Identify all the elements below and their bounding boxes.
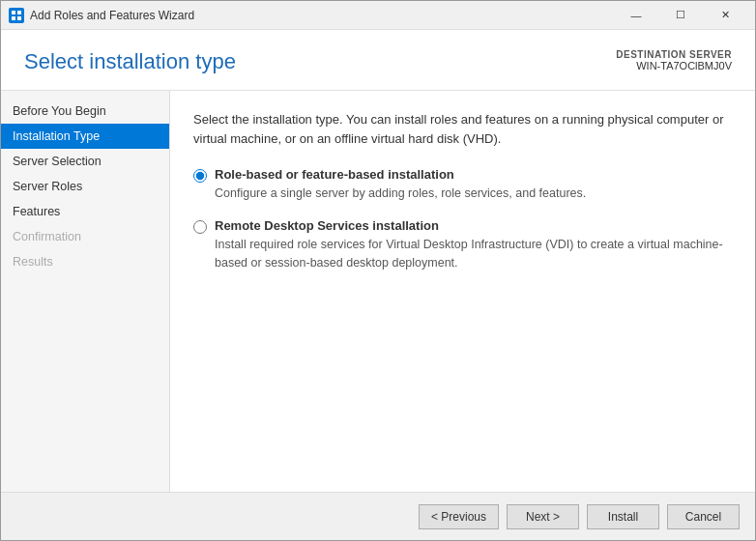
title-bar: Add Roles and Features Wizard — ☐ ✕ — [1, 1, 755, 30]
window-controls: — ☐ ✕ — [614, 1, 747, 30]
sidebar-item-results: Results — [1, 249, 169, 274]
page-title: Select installation type — [24, 49, 236, 74]
option-role-based-label[interactable]: Role-based or feature-based installation — [193, 167, 732, 183]
install-button[interactable]: Install — [587, 504, 659, 529]
option-role-based-title: Role-based or feature-based installation — [215, 167, 454, 182]
option-remote-desktop: Remote Desktop Services installation Ins… — [193, 218, 732, 272]
destination-name: WIN-TA7OClBMJ0V — [636, 60, 732, 71]
sidebar-item-installation-type[interactable]: Installation Type — [1, 124, 169, 149]
svg-rect-3 — [17, 16, 21, 20]
sidebar-item-confirmation: Confirmation — [1, 224, 169, 249]
cancel-button[interactable]: Cancel — [667, 504, 740, 529]
radio-role-based[interactable] — [193, 169, 207, 183]
option-remote-desktop-title: Remote Desktop Services installation — [215, 218, 439, 233]
option-role-based-desc: Configure a single server by adding role… — [215, 185, 732, 203]
svg-rect-0 — [12, 11, 15, 14]
main-content: Select the installation type. You can in… — [170, 91, 755, 492]
main-body: Before You Begin Installation Type Serve… — [1, 91, 755, 492]
previous-button[interactable]: < Previous — [419, 504, 499, 529]
maximize-button[interactable]: ☐ — [658, 1, 703, 30]
next-button[interactable]: Next > — [507, 504, 579, 529]
svg-rect-2 — [12, 16, 15, 20]
content-area: Select installation type DESTINATION SER… — [1, 30, 755, 540]
page-header: Select installation type DESTINATION SER… — [1, 30, 755, 91]
radio-remote-desktop[interactable] — [193, 220, 207, 234]
minimize-button[interactable]: — — [614, 1, 658, 30]
footer: < Previous Next > Install Cancel — [1, 492, 755, 540]
sidebar-item-before-you-begin[interactable]: Before You Begin — [1, 99, 169, 124]
app-icon — [9, 8, 24, 23]
window-title: Add Roles and Features Wizard — [30, 9, 614, 22]
option-remote-desktop-desc: Install required role services for Virtu… — [215, 236, 732, 272]
sidebar-item-server-roles[interactable]: Server Roles — [1, 174, 169, 199]
destination-info: DESTINATION SERVER WIN-TA7OClBMJ0V — [616, 49, 732, 71]
sidebar: Before You Begin Installation Type Serve… — [1, 91, 170, 492]
option-remote-desktop-label[interactable]: Remote Desktop Services installation — [193, 218, 732, 234]
svg-rect-1 — [17, 11, 21, 14]
intro-text: Select the installation type. You can in… — [193, 110, 732, 148]
sidebar-item-server-selection[interactable]: Server Selection — [1, 149, 169, 174]
sidebar-item-features[interactable]: Features — [1, 199, 169, 224]
option-role-based: Role-based or feature-based installation… — [193, 167, 732, 203]
destination-label: DESTINATION SERVER — [616, 49, 732, 60]
close-button[interactable]: ✕ — [703, 1, 747, 30]
wizard-window: Add Roles and Features Wizard — ☐ ✕ Sele… — [0, 0, 756, 541]
